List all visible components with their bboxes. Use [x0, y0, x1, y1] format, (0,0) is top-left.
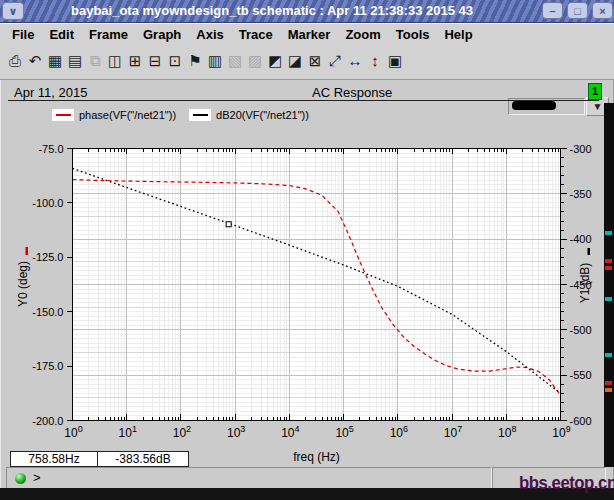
svg-text:-200.0: -200.0 [32, 415, 63, 427]
menu-file[interactable]: File [12, 27, 34, 42]
svg-text:-300: -300 [570, 143, 592, 155]
menu-help[interactable]: Help [444, 27, 472, 42]
svg-text:-175.0: -175.0 [32, 360, 63, 372]
subwindow-title-icon: ⊟ [149, 52, 162, 70]
toolbar-icons: ⎙↶▦▤⧉◫⊞⊟⊡⚑▥▧▨◩◪⊠⤢↔↕▣ [6, 49, 404, 72]
y0-axis-color-tick [26, 247, 29, 255]
legend-color-dash [56, 114, 71, 116]
window-controls: –□× [542, 2, 613, 19]
menu-edit[interactable]: Edit [49, 27, 74, 42]
shrink-window-icon: ⊡ [169, 52, 182, 70]
data-table-button[interactable]: ▥ [206, 49, 224, 72]
menu-frame[interactable]: Frame [89, 27, 128, 42]
svg-text:105: 105 [335, 424, 353, 440]
copy-window-button: ⧉ [86, 49, 104, 72]
svg-text:-350: -350 [570, 188, 592, 200]
svg-text:-100.0: -100.0 [32, 197, 63, 209]
invert-background-button[interactable]: ◪ [286, 49, 304, 72]
trace-legend: phase(VF("/net21"))dB20(VF("/net21")) [52, 109, 309, 121]
svg-text:102: 102 [173, 424, 191, 440]
zoom-y-button[interactable]: ↕ [366, 49, 384, 72]
composite-plot-button: ▨ [246, 49, 264, 72]
svg-text:-600: -600 [570, 415, 592, 427]
close-icon: × [599, 5, 605, 17]
svg-text:104: 104 [281, 424, 299, 440]
svg-text:108: 108 [498, 424, 516, 440]
svg-text:107: 107 [444, 424, 462, 440]
x-axis-title: freq (Hz) [293, 450, 340, 464]
svg-text:-400: -400 [570, 233, 592, 245]
print-button[interactable]: ⎙ [6, 49, 24, 72]
svg-text:-125.0: -125.0 [32, 251, 63, 263]
background-wire-fragment [605, 259, 612, 263]
invert-background-icon: ◪ [288, 52, 302, 70]
minimize-button[interactable]: – [542, 2, 563, 19]
svg-text:-450: -450 [570, 279, 592, 291]
plot-background[interactable] [73, 149, 561, 421]
print-icon: ⎙ [9, 52, 21, 70]
selected-color-swatch [512, 101, 556, 110]
calculator-icon: ⊠ [309, 52, 322, 70]
fit-all-button[interactable]: ▣ [386, 49, 404, 72]
subwindow-title-button[interactable]: ⊟ [146, 49, 164, 72]
calculator-button[interactable]: ⊠ [306, 49, 324, 72]
legend-entry[interactable]: phase(VF("/net21")) [52, 109, 176, 121]
y1-axis-title: Y1 (dB) [578, 263, 592, 304]
menu-zoom[interactable]: Zoom [345, 27, 380, 42]
invert-foreground-button[interactable]: ◩ [266, 49, 284, 72]
strip-plot-button: ▧ [226, 49, 244, 72]
background-wire-fragment [605, 266, 612, 270]
new-subwindow-icon: ⊞ [129, 52, 142, 70]
window-title: baybai_ota myowndesign_tb schematic : Ap… [40, 0, 504, 22]
marker-icon: ⚑ [188, 52, 201, 70]
zoom-fit-icon: ⤢ [329, 52, 341, 70]
zoom-x-button[interactable]: ↔ [346, 49, 364, 72]
background-wire-fragment [605, 381, 612, 385]
maximize-button[interactable]: □ [567, 2, 588, 19]
split-window-button[interactable]: ◫ [106, 49, 124, 72]
plot-title: AC Response [312, 85, 392, 100]
grid-icon: ▦ [48, 52, 62, 70]
strip-layout-icon: ▤ [68, 52, 82, 70]
svg-text:-550: -550 [570, 369, 592, 381]
marker-button[interactable]: ⚑ [186, 49, 204, 72]
plot-date: Apr 11, 2015 [14, 85, 87, 100]
y0-axis-title: Y0 (deg) [16, 261, 30, 307]
close-button[interactable]: × [592, 2, 613, 19]
grid-button[interactable]: ▦ [46, 49, 64, 72]
background-wire-fragment [605, 231, 612, 235]
menu-marker[interactable]: Marker [288, 27, 331, 42]
background-wire-fragment [605, 297, 612, 301]
menu-trace[interactable]: Trace [239, 27, 273, 42]
svg-text:109: 109 [552, 424, 570, 440]
svg-text:100: 100 [64, 424, 82, 440]
svg-text:106: 106 [390, 424, 408, 440]
marker-y-readout: -383.56dB [97, 451, 189, 467]
shrink-window-button[interactable]: ⊡ [166, 49, 184, 72]
undo-button[interactable]: ↶ [26, 49, 44, 72]
menu-graph[interactable]: Graph [143, 27, 181, 42]
svg-text:-150.0: -150.0 [32, 306, 63, 318]
background-window-edge [604, 103, 614, 467]
new-subwindow-button[interactable]: ⊞ [126, 49, 144, 72]
menu-tools[interactable]: Tools [396, 27, 430, 42]
toolbar: ⎙↶▦▤⧉◫⊞⊟⊡⚑▥▧▨◩◪⊠⤢↔↕▣ ▼ [0, 44, 614, 80]
minimize-icon: – [549, 5, 555, 17]
menu-axis[interactable]: Axis [196, 27, 223, 42]
header-divider [8, 100, 599, 101]
svg-text:101: 101 [119, 424, 137, 440]
y1-axis-color-tick [588, 248, 591, 255]
trace-marker[interactable] [226, 222, 231, 227]
titlebar[interactable]: ∨ baybai_ota myowndesign_tb schematic : … [0, 0, 614, 23]
command-prompt[interactable]: > [33, 470, 41, 485]
window-number-badge: 1 [588, 83, 602, 100]
chevron-down-icon: ∨ [9, 5, 18, 18]
strip-layout-button[interactable]: ▤ [66, 49, 84, 72]
legend-label: phase(VF("/net21")) [79, 109, 176, 121]
zoom-fit-button[interactable]: ⤢ [326, 49, 344, 72]
copy-window-icon: ⧉ [90, 52, 101, 70]
composite-plot-icon: ▨ [248, 52, 262, 70]
window-menu-button[interactable]: ∨ [2, 2, 24, 20]
legend-entry[interactable]: dB20(VF("/net21")) [189, 109, 309, 121]
marker-x-readout: 758.58Hz [10, 451, 98, 467]
